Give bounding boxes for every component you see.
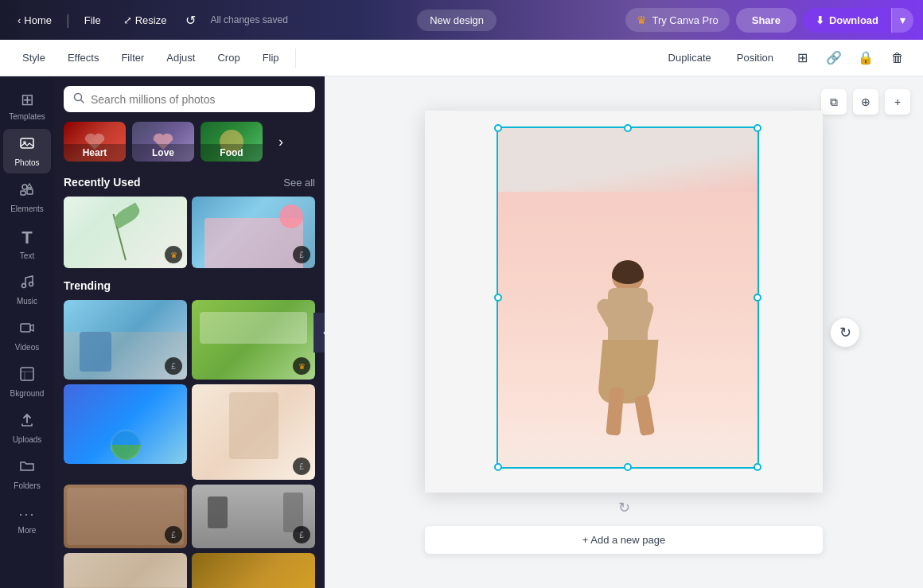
svg-point-6 xyxy=(29,282,33,286)
photo-badge-2: £ xyxy=(293,246,310,263)
recent-photo-1[interactable]: ♛ xyxy=(64,197,187,268)
chip-more-button[interactable]: › xyxy=(269,122,293,162)
canvas-refresh-icon[interactable]: ↻ xyxy=(618,499,630,516)
photos-icon xyxy=(19,135,35,155)
trending-photo-6[interactable]: £ xyxy=(192,485,315,548)
toolbar-separator xyxy=(295,49,296,68)
main-layout: ⊞ Templates Photos El xyxy=(0,76,923,588)
photo-badge-1: ♛ xyxy=(165,246,182,263)
download-main-action[interactable]: ⬇ Download xyxy=(803,8,891,33)
svg-rect-4 xyxy=(21,191,25,195)
canvas-top-tools: ⧉ ⊕ + xyxy=(821,89,910,115)
toolbar-right: Duplicate Position ⊞ 🔗 🔒 🗑 xyxy=(659,45,910,71)
trending-badge-2: ♛ xyxy=(293,357,310,375)
flip-button[interactable]: Flip xyxy=(253,47,289,68)
undo-button[interactable]: ↺ xyxy=(181,8,201,33)
more-icon: ··· xyxy=(18,506,35,523)
link-button[interactable]: 🔗 xyxy=(821,45,847,71)
nav-separator: | xyxy=(66,12,70,29)
crop-button[interactable]: Crop xyxy=(208,47,249,68)
try-canva-pro-button[interactable]: ♛ Try Canva Pro xyxy=(625,8,729,32)
recently-used-header: Recently Used See all xyxy=(64,176,315,189)
sidebar-item-background[interactable]: Bkground xyxy=(3,360,51,404)
position-button[interactable]: Position xyxy=(727,47,783,68)
resize-handle-br[interactable] xyxy=(754,463,761,471)
background-icon xyxy=(19,366,35,386)
chip-heart[interactable]: Heart xyxy=(64,122,126,162)
trending-photo-1[interactable]: £ xyxy=(64,300,187,380)
filter-button[interactable]: Filter xyxy=(111,47,154,68)
home-button[interactable]: ‹ Home xyxy=(10,10,60,31)
resize-handle-rm[interactable] xyxy=(754,294,761,302)
sidebar-item-photos[interactable]: Photos xyxy=(3,129,51,173)
sidebar-item-elements[interactable]: Elements xyxy=(3,175,51,220)
chip-food[interactable]: Food xyxy=(201,122,263,162)
add-page-button[interactable]: + Add a new page xyxy=(425,526,823,554)
sidebar-item-more[interactable]: ··· More xyxy=(3,498,51,543)
canvas-duplicate-button[interactable]: ⊕ xyxy=(853,89,878,115)
svg-point-5 xyxy=(22,284,26,288)
style-button[interactable]: Style xyxy=(13,47,55,68)
trending-badge-1: £ xyxy=(165,357,182,375)
rotate-handle[interactable]: ↻ xyxy=(831,318,859,347)
canvas-copy-button[interactable]: ⧉ xyxy=(821,89,847,115)
download-dropdown-caret[interactable]: ▾ xyxy=(891,8,913,33)
chip-love[interactable]: Love xyxy=(132,122,194,162)
new-design-button[interactable]: New design xyxy=(417,10,497,31)
resize-handle-tr[interactable] xyxy=(754,124,761,132)
resize-handle-tl[interactable] xyxy=(494,124,502,132)
more-photo-2[interactable]: £ xyxy=(192,553,315,588)
trending-title: Trending xyxy=(64,279,111,292)
sidebar-item-music[interactable]: Music xyxy=(3,267,51,312)
svg-line-10 xyxy=(81,100,84,103)
download-button[interactable]: ⬇ Download ▾ xyxy=(803,8,913,33)
folders-icon xyxy=(19,458,35,478)
trending-photo-2[interactable]: ♛ xyxy=(192,300,315,380)
recent-photo-2[interactable]: £ xyxy=(192,197,315,268)
text-icon: T xyxy=(21,228,32,248)
sidebar-item-videos[interactable]: Videos xyxy=(3,313,51,358)
sidebar-item-folders[interactable]: Folders xyxy=(3,452,51,496)
resize-button[interactable]: ⤢ Resize xyxy=(115,10,175,31)
adjust-button[interactable]: Adjust xyxy=(157,47,204,68)
resize-handle-lm[interactable] xyxy=(494,294,502,302)
file-menu[interactable]: File xyxy=(76,10,109,31)
hide-panel-button[interactable]: ‹ xyxy=(314,313,325,352)
autosave-status: All changes saved xyxy=(210,14,287,25)
lock-button[interactable]: 🔒 xyxy=(853,45,878,71)
svg-rect-8 xyxy=(21,368,33,380)
duplicate-button[interactable]: Duplicate xyxy=(659,47,721,68)
navbar: ‹ Home | File ⤢ Resize ↺ All changes sav… xyxy=(0,0,923,40)
canvas-area: ⧉ ⊕ + xyxy=(325,76,923,588)
canvas-wrapper: ↻ ↻ + Add a new page xyxy=(425,111,823,554)
elements-icon xyxy=(19,181,35,201)
recently-used-grid: ♛ £ xyxy=(64,197,315,268)
search-input[interactable] xyxy=(91,93,306,106)
trending-photo-5[interactable]: £ xyxy=(64,485,187,548)
canvas-add-button[interactable]: + xyxy=(885,89,910,115)
trending-photo-4[interactable]: £ xyxy=(192,384,315,480)
share-button[interactable]: Share xyxy=(736,8,796,33)
search-bar xyxy=(64,86,315,112)
sidebar-item-templates[interactable]: ⊞ Templates xyxy=(3,83,51,127)
sidebar-item-uploads[interactable]: Uploads xyxy=(3,406,51,450)
sidebar-item-text[interactable]: T Text xyxy=(3,221,51,266)
nav-right-actions: ♛ Try Canva Pro Share ⬇ Download ▾ xyxy=(625,8,913,33)
canvas-page[interactable] xyxy=(425,111,823,493)
canvas-selected-image[interactable] xyxy=(497,127,759,469)
resize-handle-bm[interactable] xyxy=(624,463,632,471)
grid-view-button[interactable]: ⊞ xyxy=(789,45,815,71)
more-photos-grid: £ £ xyxy=(64,553,315,588)
resize-handle-tm[interactable] xyxy=(624,124,632,132)
effects-button[interactable]: Effects xyxy=(58,47,109,68)
see-all-recently-used[interactable]: See all xyxy=(283,177,315,189)
trending-badge-4: £ xyxy=(293,458,310,475)
sidebar: ⊞ Templates Photos El xyxy=(0,76,54,588)
trending-grid: £ ♛ £ xyxy=(64,300,315,548)
trending-photo-3[interactable] xyxy=(64,384,187,464)
trending-badge-6: £ xyxy=(293,526,310,543)
more-photo-1[interactable] xyxy=(64,553,187,588)
svg-rect-3 xyxy=(27,189,33,194)
delete-button[interactable]: 🗑 xyxy=(885,45,910,71)
resize-handle-bl[interactable] xyxy=(494,463,502,471)
